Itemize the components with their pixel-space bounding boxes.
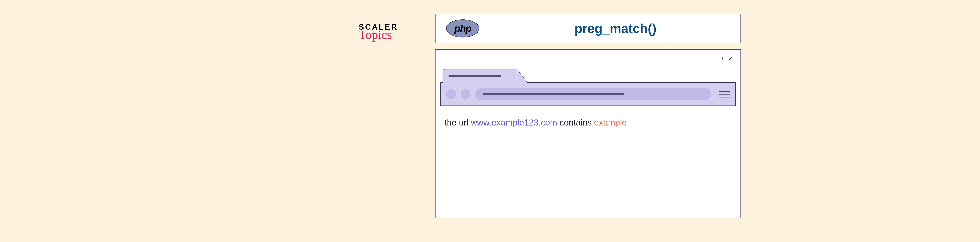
browser-tab[interactable]	[442, 69, 517, 83]
tab-title-placeholder	[449, 75, 501, 77]
tab-row	[440, 67, 736, 83]
sentence-match: example	[594, 118, 627, 127]
php-logo-cell: php	[436, 14, 490, 43]
php-logo-icon: php	[446, 19, 479, 37]
php-logo-text: php	[454, 23, 471, 34]
page-content: the url www.example123.com contains exam…	[440, 106, 736, 127]
sentence-prefix: the url	[444, 118, 471, 127]
minimize-icon[interactable]: —	[706, 53, 714, 61]
illustration-canvas: SCALER Topics php preg_match() — □ ×	[435, 14, 741, 218]
logo-line-2: Topics	[359, 29, 414, 40]
close-icon[interactable]: ×	[728, 55, 732, 63]
maximize-icon[interactable]: □	[719, 55, 723, 63]
page-title: preg_match()	[490, 14, 740, 43]
nav-back-icon[interactable]	[446, 89, 456, 99]
sentence-url: www.example123.com	[471, 118, 557, 127]
title-bar: php preg_match()	[435, 14, 741, 43]
browser-window: — □ × the url www.example123.com c	[435, 49, 741, 218]
nav-forward-icon[interactable]	[461, 89, 470, 99]
sentence-middle: contains	[557, 118, 594, 127]
url-input[interactable]	[475, 88, 711, 100]
hamburger-icon[interactable]	[719, 91, 730, 97]
tab-slant	[517, 69, 527, 83]
address-bar	[440, 82, 736, 106]
url-placeholder-line	[483, 93, 624, 95]
window-controls: — □ ×	[440, 54, 736, 67]
scaler-topics-logo: SCALER Topics	[359, 22, 414, 40]
